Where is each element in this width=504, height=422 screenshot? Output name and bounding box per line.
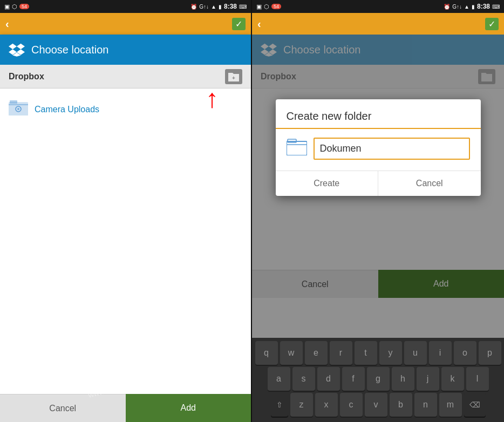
alarm-icon: ⏰ [190,4,197,10]
keyboard-icon-r: ⌨ [492,4,500,10]
notification-icon: ▣ [4,3,10,10]
battery-icon-r: ▮ [472,4,475,10]
modal-folder-icon [287,138,307,160]
battery-icon: ▮ [219,4,222,10]
signal-icon-r: G↑↓ [452,4,462,10]
wifi-icon: ▲ [211,4,216,10]
dropbox-header-left: Choose location [0,35,251,65]
folder-name-camera-uploads: Camera Uploads [35,105,99,114]
cancel-button-left[interactable]: Cancel [0,394,126,422]
checkmark-right[interactable]: ✓ [485,18,499,30]
signal-icon: G↑↓ [199,4,209,10]
bottom-bar-left: Cancel Add [0,394,251,422]
svg-rect-2 [10,100,17,104]
notification-badge-r: 54 [271,4,281,9]
right-screen: ▣ ⬡ 54 ⏰ G↑↓ ▲ ▮ 8:38 ⌨ ‹ ✓ [252,0,504,422]
left-screen: ▣ ⬡ 54 ⏰ G↑↓ ▲ ▮ 8:38 ⌨ ‹ ✓ [0,0,252,422]
keyboard-icon: ⌨ [239,4,247,10]
bbm-icon: ⬡ [12,3,17,10]
status-time-left: 8:38 [224,3,237,10]
arrow-annotation: ↑ [206,84,219,113]
modal-overlay: Create new folder Create Cancel [252,35,504,422]
orange-bar-left: ‹ ✓ [0,13,251,35]
folder-name-input[interactable] [314,138,470,160]
create-button[interactable]: Create [276,171,379,196]
status-bar-left: ▣ ⬡ 54 ⏰ G↑↓ ▲ ▮ 8:38 ⌨ [0,0,251,13]
new-folder-button-left[interactable]: + [225,69,242,84]
modal-body [276,138,481,171]
wifi-icon-r: ▲ [464,4,469,10]
status-left-icons: ▣ ⬡ 54 [4,3,29,10]
modal-actions: Create Cancel [276,171,481,196]
status-right-icons: ⏰ G↑↓ ▲ ▮ 8:38 ⌨ [190,3,247,10]
add-button-left[interactable]: Add [126,394,251,422]
bbm-icon-r: ⬡ [264,3,269,10]
modal-divider [276,128,481,129]
dropbox-logo-left [9,43,25,57]
folder-list-left: Camera Uploads [0,89,251,422]
status-time-right: 8:38 [477,3,490,10]
dropbox-location-left: Dropbox [9,72,44,81]
status-bar-right: ▣ ⬡ 54 ⏰ G↑↓ ▲ ▮ 8:38 ⌨ [252,0,504,13]
screen-container: ▣ ⬡ 54 ⏰ G↑↓ ▲ ▮ 8:38 ⌨ ‹ ✓ [0,0,504,422]
status-right-right-icons: ⏰ G↑↓ ▲ ▮ 8:38 ⌨ [444,3,500,10]
orange-bar-right: ‹ ✓ [252,13,504,35]
back-arrow-right[interactable]: ‹ [257,18,261,30]
checkmark-left[interactable]: ✓ [232,18,246,30]
modal-title: Create new folder [276,99,481,128]
svg-point-4 [17,108,19,110]
svg-rect-5 [287,141,307,155]
modal-cancel-button[interactable]: Cancel [378,171,481,196]
notification-icon-r: ▣ [256,3,262,10]
svg-text:+: + [232,75,235,81]
status-right-left-icons: ▣ ⬡ 54 [256,3,281,10]
notification-badge: 54 [19,4,29,9]
alarm-icon-r: ⏰ [444,4,450,10]
folder-icon-left [9,99,28,119]
back-arrow-left[interactable]: ‹ [5,18,9,30]
dropbox-title-left: Choose location [31,44,108,56]
dropbox-dialog-left: Choose location Dropbox + [0,35,251,422]
create-folder-dialog: Create new folder Create Cancel [276,99,481,196]
